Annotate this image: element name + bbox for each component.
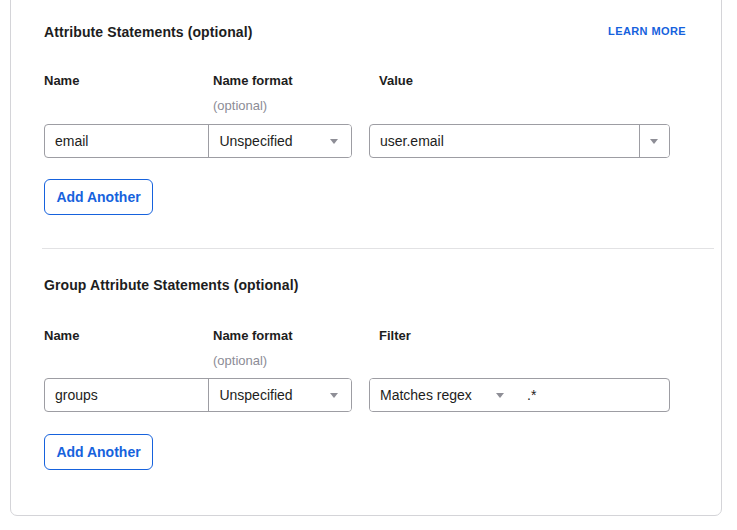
- name-format-optional-hint: (optional): [213, 98, 267, 113]
- filter-combo-group: Matches regex: [369, 378, 670, 412]
- column-header-name: Name: [44, 328, 79, 343]
- group-filter-type-select[interactable]: Matches regex: [370, 379, 517, 411]
- group-filter-type-selected: Matches regex: [380, 387, 472, 403]
- attribute-statement-row: Unspecified: [11, 124, 737, 158]
- chevron-down-icon: [650, 139, 658, 144]
- chevron-down-icon: [496, 393, 504, 398]
- column-header-name-format: Name format: [213, 328, 292, 343]
- section-divider: [42, 248, 714, 249]
- chevron-down-icon: [330, 393, 338, 398]
- name-format-optional-hint: (optional): [213, 353, 267, 368]
- value-combo-group: [369, 124, 670, 158]
- name-and-format-group: Unspecified: [44, 378, 352, 412]
- attribute-value-input[interactable]: [370, 125, 639, 157]
- settings-card: Attribute Statements (optional) LEARN MO…: [10, 0, 722, 516]
- column-header-filter: Filter: [379, 328, 411, 343]
- add-another-attribute-button[interactable]: Add Another: [44, 179, 153, 215]
- group-name-format-select[interactable]: Unspecified: [208, 379, 351, 411]
- group-filter-value-input[interactable]: [517, 379, 669, 411]
- group-attribute-statement-row: Unspecified Matches regex: [11, 378, 737, 412]
- saml-settings-page: Attribute Statements (optional) LEARN MO…: [0, 0, 737, 530]
- attribute-name-input[interactable]: [45, 125, 208, 157]
- group-attribute-statements-title: Group Attribute Statements (optional): [44, 277, 298, 293]
- column-header-value: Value: [379, 73, 413, 88]
- name-and-format-group: Unspecified: [44, 124, 352, 158]
- group-name-format-selected: Unspecified: [219, 387, 292, 403]
- group-attribute-name-input[interactable]: [45, 379, 208, 411]
- attribute-statements-title: Attribute Statements (optional): [44, 24, 252, 40]
- add-another-group-attribute-button[interactable]: Add Another: [44, 434, 153, 470]
- learn-more-link[interactable]: LEARN MORE: [608, 25, 686, 37]
- attribute-value-dropdown-button[interactable]: [639, 125, 669, 157]
- column-header-name-format: Name format: [213, 73, 292, 88]
- column-header-name: Name: [44, 73, 79, 88]
- attribute-name-format-selected: Unspecified: [219, 133, 292, 149]
- chevron-down-icon: [330, 139, 338, 144]
- attribute-name-format-select[interactable]: Unspecified: [208, 125, 351, 157]
